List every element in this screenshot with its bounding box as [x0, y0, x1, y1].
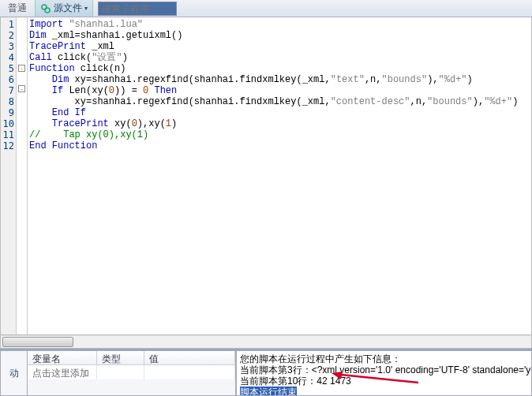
variables-header: 变量名 类型 值: [28, 351, 235, 365]
svg-line-2: [341, 375, 418, 383]
toolbar: 普通 源文件 ▾: [0, 0, 532, 17]
variables-panel: 变量名 类型 值 点击这里添加: [27, 350, 236, 396]
code-editor[interactable]: 123456789101112 -- Import "shanhai.lua"D…: [0, 17, 532, 335]
link-icon: [40, 3, 51, 14]
chevron-down-icon: ▾: [84, 5, 88, 12]
output-line: 您的脚本在运行过程中产生如下信息：: [240, 353, 528, 364]
horizontal-scrollbar[interactable]: [0, 335, 532, 349]
fold-gutter[interactable]: --: [17, 17, 28, 334]
svg-marker-3: [332, 372, 343, 379]
output-panel[interactable]: 您的脚本在运行过程中产生如下信息： 当前脚本第3行：<?xml version=…: [236, 350, 532, 396]
search-box[interactable]: [98, 2, 177, 16]
source-file-label: 源文件: [54, 2, 82, 15]
side-tab[interactable]: 动: [0, 350, 27, 396]
col-name: 变量名: [28, 351, 97, 364]
source-file-button[interactable]: 源文件 ▾: [35, 0, 93, 17]
col-value: 值: [144, 351, 235, 364]
search-input[interactable]: [102, 3, 173, 14]
add-variable-label: 点击这里添加: [28, 365, 97, 379]
bottom-panel: 动 变量名 类型 值 点击这里添加 您的脚本在运行过程中产生如下信息： 当前脚本…: [0, 349, 532, 396]
code-area[interactable]: Import "shanhai.lua"Dim _xml=shanhai.get…: [28, 17, 531, 334]
col-type: 类型: [97, 351, 144, 364]
svg-point-1: [45, 8, 50, 13]
annotation-arrow: [332, 372, 426, 390]
line-gutter: 123456789101112: [1, 17, 17, 334]
add-variable-row[interactable]: 点击这里添加: [28, 365, 235, 379]
scrollbar-thumb[interactable]: [2, 337, 73, 347]
tab-normal[interactable]: 普通: [0, 0, 35, 17]
